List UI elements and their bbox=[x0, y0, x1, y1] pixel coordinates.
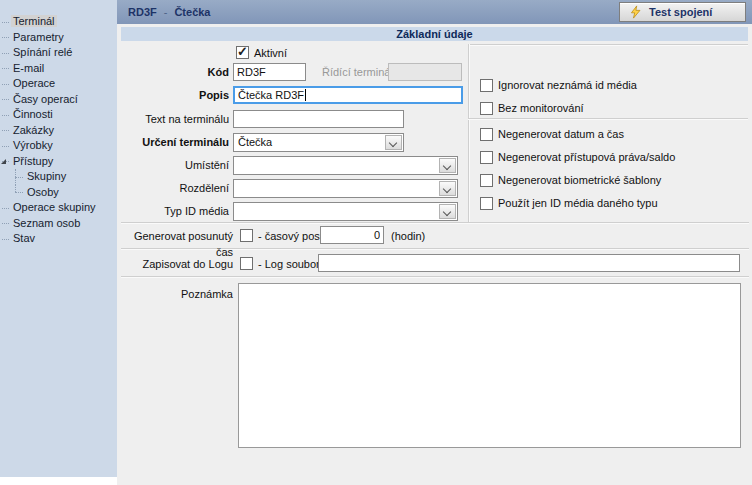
popis-label: Popis bbox=[117, 86, 229, 104]
tree-expander-icon[interactable] bbox=[1, 159, 6, 164]
aktivni-checkbox[interactable] bbox=[236, 46, 249, 59]
chevron-down-icon[interactable] bbox=[439, 181, 456, 196]
text-na-terminalu-input[interactable] bbox=[233, 110, 404, 128]
poznamka-textarea[interactable] bbox=[238, 283, 741, 448]
chevron-down-icon[interactable] bbox=[439, 204, 456, 219]
app-window: Terminál Parametry Spínání relé E-mail O… bbox=[0, 0, 752, 485]
sidebar-item-vyrobky[interactable]: Výrobky bbox=[0, 138, 117, 154]
sidebar-item-terminal[interactable]: Terminál bbox=[0, 14, 117, 30]
sidebar-item-label: Terminál bbox=[11, 15, 57, 27]
hodin-unit-label: (hodin) bbox=[391, 228, 425, 244]
text-na-terminalu-label: Text na terminálu bbox=[117, 110, 229, 128]
sidebar-item-parametry[interactable]: Parametry bbox=[0, 30, 117, 46]
header-dash: - bbox=[164, 6, 168, 18]
aktivni-label: Aktivní bbox=[254, 45, 287, 61]
text-caret bbox=[305, 89, 306, 101]
right-group-divider bbox=[468, 118, 748, 120]
test-connection-label: Test spojení bbox=[649, 6, 712, 18]
kod-label: Kód bbox=[117, 63, 229, 81]
typ-id-media-select[interactable] bbox=[233, 202, 458, 221]
sidebar-item-zakazky[interactable]: Zakázky bbox=[0, 123, 117, 139]
sidebar-item-casy-operaci[interactable]: Časy operací bbox=[0, 92, 117, 108]
sidebar-item-operace-skupiny[interactable]: Operace skupiny bbox=[0, 200, 117, 216]
terminal-code: RD3F bbox=[128, 6, 157, 18]
section-separator-1 bbox=[121, 222, 749, 224]
sidebar: Terminál Parametry Spínání relé E-mail O… bbox=[0, 0, 117, 477]
casovy-posun-input[interactable] bbox=[320, 226, 384, 244]
negenerovat-prava-checkbox[interactable] bbox=[480, 151, 493, 164]
header-bar: RD3F-Čtečka Test spojení bbox=[117, 0, 752, 24]
bez-monitorovani-checkbox[interactable] bbox=[480, 102, 493, 115]
main-panel: RD3F-Čtečka Test spojení Základní údaje … bbox=[117, 0, 752, 485]
sidebar-item-spinani-rele[interactable]: Spínání relé bbox=[0, 45, 117, 61]
column-divider bbox=[468, 44, 470, 222]
chevron-down-icon[interactable] bbox=[439, 158, 456, 173]
poznamka-label: Poznámka bbox=[117, 286, 233, 302]
generovat-posunuty-cas-checkbox[interactable] bbox=[240, 229, 253, 242]
right-group-top-border bbox=[468, 44, 748, 46]
umisteni-label: Umístění bbox=[117, 156, 229, 174]
urceni-terminalu-select[interactable]: Čtečka bbox=[233, 133, 404, 152]
chevron-down-icon[interactable] bbox=[385, 135, 402, 150]
urceni-terminalu-label: Určení terminálu bbox=[117, 133, 229, 151]
rozdeleni-label: Rozdělení bbox=[117, 179, 229, 197]
sidebar-item-pristupy[interactable]: Přístupy bbox=[0, 154, 117, 170]
ridici-terminal-label: Řídící terminál bbox=[322, 63, 393, 81]
sidebar-item-seznam-osob[interactable]: Seznam osob bbox=[0, 216, 117, 232]
popis-input[interactable]: Čtečka RD3F bbox=[233, 86, 463, 104]
section-separator-3 bbox=[121, 276, 749, 278]
zapisovat-do-logu-checkbox[interactable] bbox=[240, 257, 253, 270]
zapisovat-do-logu-label: Zapisovat do Logu bbox=[117, 256, 233, 272]
sidebar-item-osoby[interactable]: Osoby bbox=[0, 185, 117, 201]
sidebar-item-stav[interactable]: Stav bbox=[0, 231, 117, 247]
sidebar-item-email[interactable]: E-mail bbox=[0, 61, 117, 77]
log-soubor-label: - Log soubor bbox=[258, 256, 320, 272]
umisteni-select[interactable] bbox=[233, 156, 458, 175]
lightning-icon bbox=[629, 5, 642, 19]
navigation-tree: Terminál Parametry Spínání relé E-mail O… bbox=[0, 14, 117, 247]
ridici-terminal-input bbox=[388, 63, 462, 81]
sidebar-item-cinnosti[interactable]: Činnosti bbox=[0, 107, 117, 123]
typ-id-media-label: Typ ID média bbox=[117, 202, 229, 220]
sidebar-item-skupiny[interactable]: Skupiny bbox=[0, 169, 117, 185]
log-soubor-input[interactable] bbox=[318, 254, 740, 272]
negenerovat-datum-checkbox[interactable] bbox=[480, 128, 493, 141]
kod-input[interactable] bbox=[233, 63, 306, 81]
ignorovat-neznama-checkbox[interactable] bbox=[480, 79, 493, 92]
negenerovat-biometrie-checkbox[interactable] bbox=[480, 174, 493, 187]
section-title: Základní údaje bbox=[121, 27, 748, 41]
pouzit-jen-id-checkbox[interactable] bbox=[480, 197, 493, 210]
sidebar-item-operace[interactable]: Operace bbox=[0, 76, 117, 92]
test-connection-button[interactable]: Test spojení bbox=[619, 2, 746, 22]
rozdeleni-select[interactable] bbox=[233, 179, 458, 198]
terminal-type: Čtečka bbox=[174, 6, 210, 18]
